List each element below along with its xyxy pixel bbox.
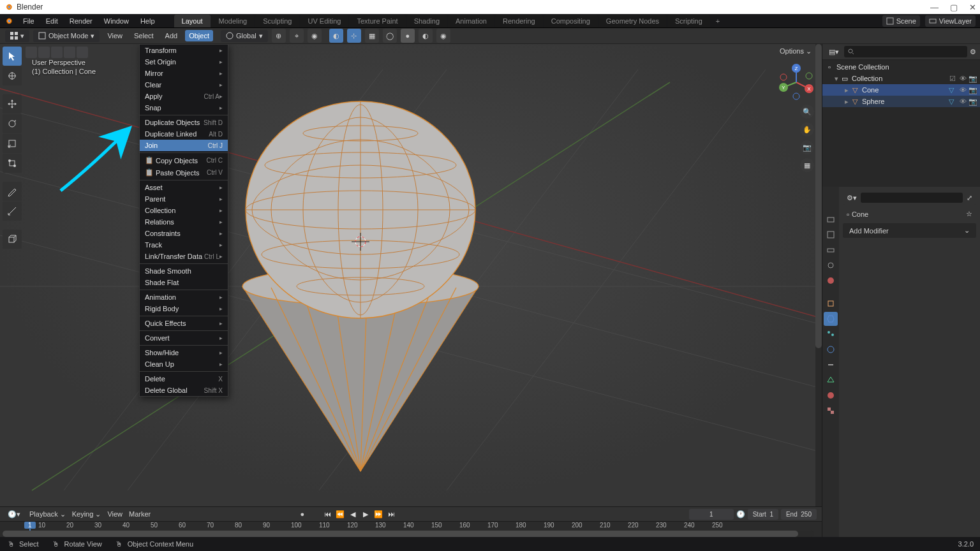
- tab-modeling[interactable]: Modeling: [211, 15, 255, 27]
- prop-tab-physics[interactable]: [824, 342, 838, 356]
- menu-item-show-hide[interactable]: Show/Hide▸: [140, 347, 228, 358]
- prop-tab-constraint[interactable]: [824, 358, 838, 372]
- prop-tab-world[interactable]: [824, 274, 838, 288]
- prop-tab-scene[interactable]: [824, 258, 838, 272]
- current-frame-field[interactable]: 1: [689, 509, 734, 520]
- menu-file[interactable]: File: [18, 15, 40, 27]
- tool-cursor[interactable]: [3, 66, 22, 85]
- play-button[interactable]: ▶: [360, 509, 371, 519]
- menu-item-set-origin[interactable]: Set Origin▸: [140, 56, 228, 68]
- prop-tab-data[interactable]: [824, 373, 838, 387]
- outliner-scene-collection[interactable]: ▫ Scene Collection: [822, 61, 980, 73]
- timeline-view[interactable]: View: [107, 510, 122, 518]
- menu-help[interactable]: Help: [135, 15, 160, 27]
- tool-move[interactable]: [3, 94, 22, 114]
- prop-tab-output[interactable]: [824, 228, 838, 242]
- prop-tab-material[interactable]: [824, 388, 838, 402]
- disclosure-toggle[interactable]: ▸: [843, 86, 850, 94]
- menu-item-link-transfer-data[interactable]: Link/Transfer DataCtrl L▸: [140, 251, 228, 262]
- axis-gizmo[interactable]: X Y Z: [777, 63, 815, 101]
- prop-tab-viewlayer[interactable]: [824, 243, 838, 257]
- options-dropdown[interactable]: Options ⌄: [775, 45, 817, 57]
- menu-item-clear[interactable]: Clear▸: [140, 79, 228, 91]
- zoom-icon[interactable]: 🔍: [800, 105, 814, 119]
- jump-end-button[interactable]: ⏭: [386, 509, 396, 519]
- shading-rendered[interactable]: ◉: [436, 29, 450, 43]
- header-add[interactable]: Add: [161, 30, 182, 41]
- editor-type-selector[interactable]: ▾: [5, 30, 29, 42]
- pan-icon[interactable]: ✋: [800, 122, 814, 136]
- select-mode-5[interactable]: [77, 47, 88, 58]
- prop-tab-object[interactable]: [824, 297, 838, 311]
- menu-item-snap[interactable]: Snap▸: [140, 102, 228, 114]
- disclosure-toggle[interactable]: ▸: [843, 98, 850, 106]
- header-select[interactable]: Select: [130, 30, 158, 41]
- add-workspace-button[interactable]: +: [711, 15, 725, 27]
- end-frame-field[interactable]: End 250: [781, 509, 817, 520]
- tab-shading[interactable]: Shading: [406, 15, 447, 27]
- tab-sculpting[interactable]: Sculpting: [255, 15, 299, 27]
- tool-select[interactable]: [3, 47, 22, 66]
- shading-material[interactable]: ◐: [419, 29, 433, 43]
- exclude-checkbox[interactable]: ☑: [948, 75, 957, 83]
- gizmo-toggle[interactable]: ⊹: [347, 29, 361, 43]
- add-modifier-button[interactable]: Add Modifier ⌄: [843, 223, 976, 238]
- tab-compositing[interactable]: Compositing: [544, 15, 598, 27]
- outliner-filter-icon[interactable]: ⚙: [970, 48, 976, 56]
- tool-transform[interactable]: [3, 154, 22, 173]
- start-frame-field[interactable]: Start 1: [748, 509, 778, 520]
- eye-icon[interactable]: 👁: [958, 75, 967, 83]
- maximize-button[interactable]: ▢: [950, 3, 958, 12]
- next-key-button[interactable]: ⏩: [373, 509, 383, 519]
- eye-icon[interactable]: 👁: [958, 98, 967, 106]
- menu-item-collection[interactable]: Collection▸: [140, 205, 228, 216]
- pin-icon[interactable]: ☆: [966, 210, 972, 218]
- tab-rendering[interactable]: Rendering: [495, 15, 543, 27]
- tab-geometry-nodes[interactable]: Geometry Nodes: [598, 15, 667, 27]
- shading-wire[interactable]: ◯: [383, 29, 397, 43]
- minimize-button[interactable]: —: [930, 3, 939, 12]
- outliner-item-sphere[interactable]: ▸ ▽ Sphere ▽ 👁📷: [822, 96, 980, 107]
- menu-item-shade-smooth[interactable]: Shade Smooth: [140, 265, 228, 277]
- timeline-track[interactable]: 1 10203040506070809010011012013014015016…: [0, 521, 822, 537]
- pin-icon[interactable]: ⤢: [967, 194, 972, 202]
- proportional-button[interactable]: ◉: [308, 29, 322, 43]
- overlay-toggle[interactable]: ◐: [329, 29, 343, 43]
- timeline-keying[interactable]: Keying ⌄: [72, 510, 101, 518]
- select-mode-3[interactable]: [51, 47, 63, 58]
- camera-icon[interactable]: 📷: [800, 140, 814, 154]
- select-mode-1[interactable]: [26, 47, 37, 58]
- outliner-display-mode[interactable]: ▤▾: [826, 47, 842, 57]
- pivot-button[interactable]: ⊕: [272, 29, 286, 43]
- menu-item-constraints[interactable]: Constraints▸: [140, 228, 228, 239]
- menu-item-join[interactable]: JoinCtrl J: [140, 140, 228, 151]
- viewlayer-selector[interactable]: ViewLayer: [925, 15, 976, 27]
- tab-animation[interactable]: Animation: [448, 15, 494, 27]
- prop-tab-render[interactable]: [824, 212, 838, 226]
- render-icon[interactable]: 📷: [969, 75, 977, 83]
- properties-search[interactable]: [861, 193, 963, 203]
- tool-annotate[interactable]: [3, 182, 22, 201]
- prop-tab-texture[interactable]: [824, 404, 838, 418]
- menu-item-apply[interactable]: ApplyCtrl A▸: [140, 91, 228, 102]
- xray-toggle[interactable]: ▦: [365, 29, 379, 43]
- prop-tab-modifier[interactable]: [824, 312, 838, 326]
- select-mode-2[interactable]: [38, 47, 50, 58]
- menu-item-rigid-body[interactable]: Rigid Body▸: [140, 303, 228, 314]
- outliner-collection[interactable]: ▾ ▭ Collection ☑👁📷: [822, 73, 980, 84]
- menu-item-delete-global[interactable]: Delete GlobalShift X: [140, 385, 228, 396]
- tool-scale[interactable]: [3, 134, 22, 153]
- close-button[interactable]: ✕: [969, 3, 976, 12]
- tool-rotate[interactable]: [3, 114, 22, 133]
- timeline-editor-type[interactable]: 🕐▾: [5, 509, 23, 520]
- tool-measure[interactable]: [3, 202, 22, 221]
- timeline-marker[interactable]: Marker: [129, 510, 151, 518]
- tab-scripting[interactable]: Scripting: [667, 15, 710, 27]
- header-object[interactable]: Object: [185, 30, 213, 41]
- shading-solid[interactable]: ●: [401, 29, 415, 43]
- menu-item-copy-objects[interactable]: 📋Copy ObjectsCtrl C: [140, 154, 228, 166]
- mode-selector[interactable]: Object Mode▾: [33, 30, 100, 42]
- tab-layout[interactable]: Layout: [174, 15, 211, 27]
- menu-item-shade-flat[interactable]: Shade Flat: [140, 277, 228, 288]
- menu-item-delete[interactable]: DeleteX: [140, 373, 228, 385]
